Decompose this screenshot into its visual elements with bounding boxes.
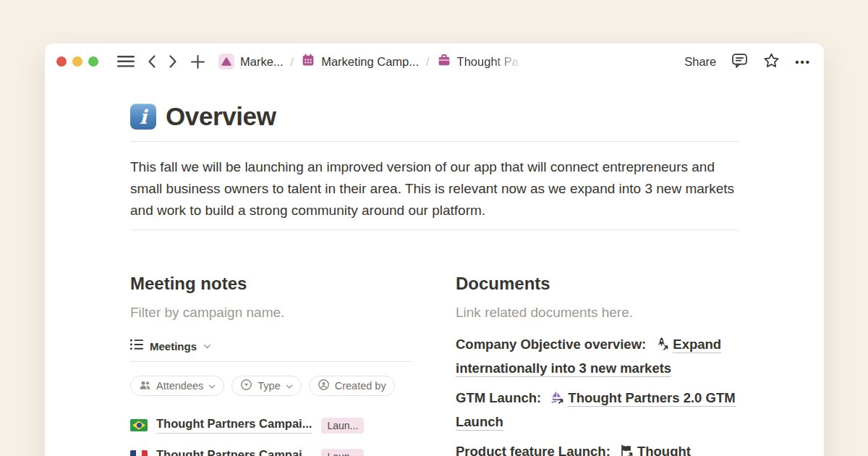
- sailboat-icon: [550, 388, 564, 402]
- breadcrumb-separator: /: [426, 55, 430, 69]
- meeting-notes-caption: Filter by campaign name.: [130, 305, 412, 321]
- breadcrumb: Marke... / Marketing Camp... / Thought P…: [218, 53, 684, 70]
- filter-label: Attendees: [156, 380, 203, 392]
- more-options-icon[interactable]: •••: [795, 56, 811, 68]
- breadcrumb-label: Marketing Camp...: [321, 55, 419, 69]
- zoom-button[interactable]: [88, 56, 98, 67]
- calendar-icon: [301, 53, 315, 70]
- filter-label: Created by: [335, 380, 386, 392]
- forward-icon[interactable]: [169, 54, 178, 69]
- people-icon: [139, 380, 151, 392]
- traffic-lights: [56, 56, 98, 67]
- topbar-actions: Share •••: [684, 52, 811, 72]
- document-link-line: GTM Launch: Thought Partners 2.0 GTM Lau…: [456, 386, 738, 434]
- france-flag-icon: [130, 450, 148, 456]
- favorite-star-icon[interactable]: [763, 52, 780, 72]
- meeting-notes-heading: Meeting notes: [130, 274, 412, 294]
- breadcrumb-workspace[interactable]: Marke...: [218, 54, 284, 69]
- document-label: Product feature Launch:: [456, 444, 610, 456]
- filter-created-by[interactable]: Created by: [309, 376, 395, 396]
- campaign-tag: Laun...: [321, 418, 364, 434]
- desktop-background: Marke... / Marketing Camp... / Thought P…: [0, 0, 868, 456]
- briefcase-icon: [437, 53, 451, 70]
- brazil-flag-icon: [130, 419, 148, 431]
- list-item[interactable]: Thought Partners Campai... Laun...: [130, 414, 412, 436]
- meeting-page-title: Thought Partners Campai...: [156, 417, 312, 434]
- filter-chips: Attendees Type: [130, 376, 412, 396]
- document-label: Company Objective overview:: [456, 337, 646, 352]
- filter-type[interactable]: Type: [231, 376, 301, 396]
- chevron-down-icon: [286, 380, 293, 392]
- list-item[interactable]: Thought Partners Campai... Laun...: [130, 445, 412, 456]
- page-title: Overview: [166, 102, 276, 131]
- divider: [130, 141, 739, 142]
- breadcrumb-label: Marke...: [240, 55, 284, 69]
- sidebar-menu-icon[interactable]: [117, 55, 135, 68]
- person-circle-icon: [318, 379, 330, 393]
- view-name: Meetings: [150, 340, 197, 352]
- document-link-line: Company Objective overview: Expand inter…: [456, 332, 738, 380]
- comments-icon[interactable]: [731, 52, 748, 72]
- documents-heading: Documents: [456, 274, 738, 294]
- window-topbar: Marke... / Marketing Camp... / Thought P…: [45, 43, 824, 80]
- two-column-layout: Meeting notes Filter by campaign name. M…: [130, 274, 739, 456]
- share-button[interactable]: Share: [684, 55, 716, 69]
- page-title-row: i Overview: [130, 102, 739, 131]
- close-button[interactable]: [56, 56, 67, 67]
- campaign-tag: Laun...: [321, 449, 364, 456]
- breadcrumb-separator: /: [291, 55, 294, 69]
- breadcrumb-thought-partners[interactable]: Thought Pa: [437, 53, 524, 70]
- page-content: i Overview This fall we will be launchin…: [130, 102, 739, 456]
- breadcrumb-marketing-campaigns[interactable]: Marketing Camp...: [301, 53, 419, 70]
- meeting-page-title: Thought Partners Campai...: [156, 448, 312, 456]
- document-link-line: Product feature Launch: Thought: [456, 439, 738, 456]
- intro-paragraph: This fall we will be launching an improv…: [130, 156, 739, 221]
- breadcrumb-label: Thought Pa: [457, 55, 524, 69]
- chevron-down-icon: [203, 339, 211, 352]
- filter-label: Type: [258, 380, 280, 392]
- database-view-header[interactable]: Meetings: [130, 339, 412, 362]
- page-mention-link[interactable]: Thought: [637, 444, 691, 456]
- triangle-logo-icon: [218, 54, 234, 69]
- dropdown-circle-icon: [240, 379, 252, 393]
- documents-column: Documents Link related documents here. C…: [456, 274, 738, 456]
- nav-buttons: [117, 54, 205, 69]
- chevron-down-icon: [208, 380, 216, 392]
- rocket-icon: [655, 334, 669, 349]
- minimize-button[interactable]: [72, 56, 82, 67]
- meeting-notes-column: Meeting notes Filter by campaign name. M…: [130, 274, 412, 456]
- back-icon[interactable]: [147, 54, 156, 69]
- filter-attendees[interactable]: Attendees: [130, 376, 224, 396]
- black-flag-icon: [619, 442, 634, 456]
- meeting-rows: Thought Partners Campai... Laun... Thoug…: [130, 414, 412, 456]
- list-view-icon: [130, 339, 143, 353]
- notion-window: Marke... / Marketing Camp... / Thought P…: [45, 43, 824, 456]
- info-emoji: i: [130, 104, 156, 130]
- new-page-plus-icon[interactable]: [190, 54, 205, 69]
- documents-caption: Link related documents here.: [456, 305, 738, 321]
- info-emoji-letter: i: [140, 107, 147, 127]
- document-label: GTM Launch:: [456, 390, 541, 405]
- divider: [130, 229, 739, 230]
